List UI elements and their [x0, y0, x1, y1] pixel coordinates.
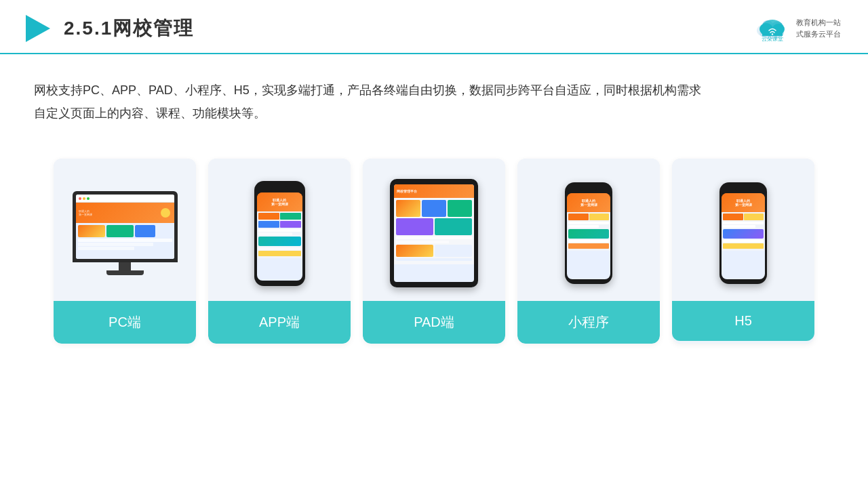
- pad-device-icon: 网校管理平台: [390, 179, 478, 287]
- card-app-image: 职通人的第一堂网课: [208, 159, 351, 301]
- svg-point-10: [772, 33, 773, 35]
- card-h5-label: H5: [672, 301, 814, 341]
- platform-cards: 职通人的第一堂网课: [0, 145, 868, 364]
- svg-marker-0: [26, 15, 50, 42]
- miniprogram-device-icon: 职通人的第一堂网课: [565, 182, 612, 284]
- brand-logo: 云朵课堂 教育机构一站 式服务云平台: [753, 16, 841, 41]
- app-device-icon: 职通人的第一堂网课: [254, 181, 305, 286]
- brand-slogan: 教育机构一站 式服务云平台: [796, 17, 841, 39]
- card-pc-label: PC端: [54, 301, 196, 344]
- card-miniprogram-label: 小程序: [517, 301, 660, 344]
- card-app-label: APP端: [208, 301, 351, 344]
- header-left: 2.5.1网校管理: [20, 12, 194, 45]
- card-miniprogram: 职通人的第一堂网课 小程序: [517, 159, 660, 344]
- card-pc-image: 职通人的第一堂网课: [54, 159, 196, 301]
- pc-device-icon: 职通人的第一堂网课: [73, 191, 178, 275]
- card-h5: 职通人的第一堂网课 H5: [672, 159, 814, 344]
- page-header: 2.5.1网校管理 云朵课堂: [0, 0, 868, 54]
- h5-device-icon: 职通人的第一堂网课: [719, 182, 767, 284]
- card-pad-image: 网校管理平台: [363, 159, 505, 301]
- card-miniprogram-image: 职通人的第一堂网课: [517, 159, 660, 301]
- card-pad-label: PAD端: [363, 301, 505, 344]
- card-pc: 职通人的第一堂网课: [54, 159, 196, 344]
- logo-arrow-icon: [20, 12, 53, 45]
- description-text: 网校支持PC、APP、PAD、小程序、H5，实现多端打通，产品各终端自由切换，数…: [0, 54, 746, 138]
- header-right: 云朵课堂 教育机构一站 式服务云平台: [753, 16, 841, 41]
- svg-text:云朵课堂: 云朵课堂: [762, 36, 783, 41]
- card-h5-image: 职通人的第一堂网课: [672, 159, 814, 301]
- cloud-icon: 云朵课堂: [753, 16, 792, 41]
- card-pad: 网校管理平台: [363, 159, 505, 344]
- page-title: 2.5.1网校管理: [64, 16, 194, 41]
- card-app: 职通人的第一堂网课: [208, 159, 351, 344]
